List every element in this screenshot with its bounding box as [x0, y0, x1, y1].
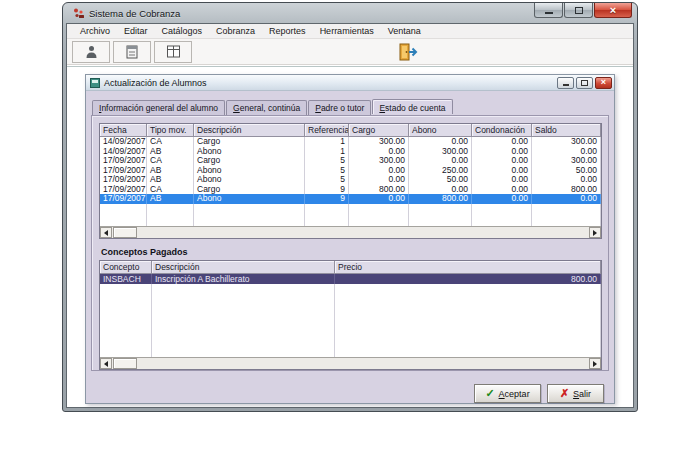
dialog-maximize-button[interactable]: [576, 77, 593, 89]
menu-item-archivo[interactable]: Archivo: [73, 24, 117, 39]
window-title: Sistema de Cobranza: [89, 8, 534, 19]
column-header-fecha[interactable]: Fecha: [100, 124, 147, 137]
minimize-button[interactable]: [534, 3, 563, 18]
column-header-condonacion[interactable]: Condonación: [472, 124, 532, 137]
column-header-descripcion[interactable]: Descripción: [152, 261, 335, 274]
toolbar-report-button[interactable]: [154, 41, 192, 63]
table-cell: 17/09/2007: [100, 194, 147, 204]
table-cell: Abono: [194, 175, 305, 185]
horizontal-scrollbar[interactable]: [100, 226, 601, 238]
menu-item-ventana[interactable]: Ventana: [381, 24, 428, 39]
table-cell: CA: [147, 137, 194, 147]
column-header-precio[interactable]: Precio: [335, 261, 601, 274]
toolbar-form-button[interactable]: [113, 41, 151, 63]
table-cell: 0.00: [409, 137, 472, 147]
table-row[interactable]: 17/09/2007CACargo9800.000.000.00800.00: [100, 185, 601, 195]
table-row[interactable]: 17/09/2007ABAbono50.00250.000.0050.00: [100, 166, 601, 176]
tab-estado-de-cuenta[interactable]: Estado de cuenta: [372, 99, 452, 114]
scrollbar-thumb[interactable]: [113, 358, 137, 369]
table-cell: CA: [147, 156, 194, 166]
table-cell: 800.00: [349, 185, 409, 195]
dialog-close-button[interactable]: ×: [595, 77, 612, 89]
table-cell: 14/09/2007: [100, 147, 147, 157]
check-icon: ✓: [485, 388, 494, 399]
maximize-button[interactable]: [564, 3, 593, 18]
scroll-right-icon: [593, 361, 600, 367]
table-cell: 800.00: [409, 194, 472, 204]
table-cell: 0.00: [532, 175, 601, 185]
column-header-referencia[interactable]: Referencia: [305, 124, 349, 137]
menu-item-cobranza[interactable]: Cobranza: [209, 24, 262, 39]
scroll-right-button[interactable]: [589, 358, 601, 369]
table-cell: AB: [147, 175, 194, 185]
exit-button[interactable]: ✗ Salir: [547, 384, 604, 403]
table-cell: Abono: [194, 147, 305, 157]
column-header-tipo-mov[interactable]: Tipo mov.: [147, 124, 194, 137]
main-window: Sistema de Cobranza × ArchivoEditarCatál…: [62, 2, 638, 412]
mdi-area: Actualización de Alumnos × Información g…: [67, 66, 633, 407]
table-cell: 17/09/2007: [100, 156, 147, 166]
close-button[interactable]: ×: [594, 3, 632, 18]
column-header-cargo[interactable]: Cargo: [349, 124, 409, 137]
table-cell: 17/09/2007: [100, 185, 147, 195]
main-titlebar[interactable]: Sistema de Cobranza ×: [66, 3, 634, 23]
table-row[interactable]: 17/09/2007ABAbono90.00800.000.000.00: [100, 194, 601, 204]
column-header-descripcion[interactable]: Descripción: [194, 124, 305, 137]
table-cell: AB: [147, 166, 194, 176]
toolbar-exit-button[interactable]: [395, 41, 421, 63]
table-row[interactable]: 14/09/2007CACargo1300.000.000.00300.00: [100, 137, 601, 147]
table-row[interactable]: 17/09/2007CACargo5300.000.000.00300.00: [100, 156, 601, 166]
scrollbar-thumb[interactable]: [113, 227, 137, 238]
table-cell: INSBACH: [100, 274, 152, 284]
table-cell: 250.00: [409, 166, 472, 176]
table-cell: 0.00: [409, 185, 472, 195]
table-cell: 0.00: [349, 166, 409, 176]
menu-item-reportes[interactable]: Reportes: [262, 24, 313, 39]
table-row[interactable]: INSBACHInscripción A Bachillerato800.00: [100, 274, 601, 284]
client-area: ArchivoEditarCatálogosCobranzaReportesHe…: [66, 23, 634, 408]
table-row[interactable]: 14/09/2007ABAbono10.00300.000.000.00: [100, 147, 601, 157]
maximize-icon: [575, 7, 583, 14]
scroll-right-icon: [593, 230, 600, 236]
table-row[interactable]: 17/09/2007ABAbono50.0050.000.000.00: [100, 175, 601, 185]
table-cell: 1: [305, 147, 349, 157]
horizontal-scrollbar[interactable]: [100, 357, 601, 369]
scroll-left-button[interactable]: [100, 358, 112, 369]
scroll-left-button[interactable]: [100, 227, 112, 238]
column-header-concepto[interactable]: Concepto: [100, 261, 152, 274]
table-cell: 300.00: [409, 147, 472, 157]
dialog-titlebar[interactable]: Actualización de Alumnos ×: [86, 75, 614, 91]
accept-button[interactable]: ✓ Aceptar: [474, 384, 541, 403]
menu-item-catalogos[interactable]: Catálogos: [155, 24, 210, 39]
table-cell: 300.00: [532, 137, 601, 147]
table-cell: 300.00: [532, 156, 601, 166]
column-header-abono[interactable]: Abono: [409, 124, 472, 137]
column-header-saldo[interactable]: Saldo: [532, 124, 601, 137]
tab-informacion-general-del-alumno[interactable]: Información general del alumno: [92, 100, 225, 115]
table-cell: Abono: [194, 166, 305, 176]
tab-strip: Información general del alumnoGeneral, c…: [92, 100, 454, 115]
table-cell: 50.00: [532, 166, 601, 176]
table-cell: 14/09/2007: [100, 137, 147, 147]
dialog-minimize-button[interactable]: [557, 77, 574, 89]
menu-bar: ArchivoEditarCatálogosCobranzaReportesHe…: [67, 24, 633, 39]
table-cell: Inscripción A Bachillerato: [152, 274, 335, 284]
table-cell: Cargo: [194, 137, 305, 147]
table-cell: 0.00: [472, 185, 532, 195]
close-icon: ×: [601, 78, 606, 87]
menu-item-editar[interactable]: Editar: [117, 24, 155, 39]
toolbar-user-button[interactable]: [72, 41, 110, 63]
close-icon: ×: [610, 5, 616, 16]
menu-item-herramientas[interactable]: Herramientas: [313, 24, 381, 39]
table-cell: Cargo: [194, 185, 305, 195]
table-header: FechaTipo mov.DescripciónReferenciaCargo…: [100, 124, 601, 137]
table-cell: 5: [305, 175, 349, 185]
tab-padre-o-tutor[interactable]: Padre o tutor: [308, 100, 371, 115]
table-cell: AB: [147, 194, 194, 204]
form-icon: [126, 45, 138, 59]
table-cell: 0.00: [472, 156, 532, 166]
dialog-icon: [90, 78, 100, 88]
tab-general-continua[interactable]: General, continúa: [226, 100, 307, 115]
scroll-right-button[interactable]: [589, 227, 601, 238]
table-cell: 50.00: [409, 175, 472, 185]
